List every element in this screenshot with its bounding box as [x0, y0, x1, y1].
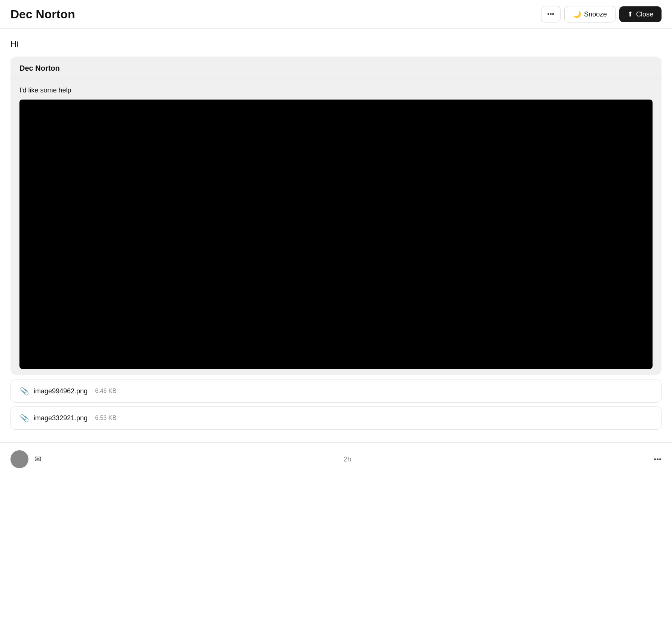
- message-header: Dec Norton: [10, 57, 662, 79]
- footer-bar: ✉ 2h •••: [0, 442, 672, 476]
- email-icon[interactable]: ✉: [34, 454, 41, 464]
- message-card: Dec Norton I'd like some help: [10, 57, 662, 375]
- footer-left: ✉: [10, 450, 41, 468]
- attachment-filename-1: image994962.png: [34, 387, 88, 395]
- paperclip-icon-2: 📎: [20, 414, 29, 423]
- snooze-label: Snooze: [584, 10, 607, 18]
- message-wrapper: Dec Norton I'd like some help 📎 image994…: [0, 57, 672, 433]
- snooze-icon: 🌙: [573, 10, 581, 18]
- header-actions: ••• 🌙 Snooze ⬆ Close: [541, 6, 662, 22]
- close-button[interactable]: ⬆ Close: [619, 6, 662, 22]
- message-body: I'd like some help: [10, 79, 662, 375]
- message-text: I'd like some help: [19, 86, 653, 94]
- message-sender: Dec Norton: [19, 64, 60, 72]
- footer-more-button[interactable]: •••: [654, 455, 662, 464]
- close-label: Close: [636, 10, 653, 18]
- attachment-filename-2: image332921.png: [34, 414, 88, 422]
- avatar: [10, 450, 28, 468]
- footer-timestamp: 2h: [343, 455, 351, 463]
- header: Dec Norton ••• 🌙 Snooze ⬆ Close: [0, 0, 672, 29]
- more-button[interactable]: •••: [541, 6, 560, 22]
- message-image: [19, 100, 653, 369]
- attachment-size-2: 6.53 KB: [95, 415, 116, 421]
- attachment-size-1: 6.46 KB: [95, 388, 116, 394]
- snooze-button[interactable]: 🌙 Snooze: [564, 6, 616, 22]
- page-title: Dec Norton: [10, 7, 75, 21]
- attachment-item[interactable]: 📎 image994962.png 6.46 KB: [10, 379, 662, 403]
- attachments-list: 📎 image994962.png 6.46 KB 📎 image332921.…: [10, 379, 662, 433]
- paperclip-icon: 📎: [20, 387, 29, 396]
- attachment-item-2[interactable]: 📎 image332921.png 6.53 KB: [10, 406, 662, 430]
- close-icon: ⬆: [627, 10, 633, 18]
- greeting-text: Hi: [0, 29, 672, 57]
